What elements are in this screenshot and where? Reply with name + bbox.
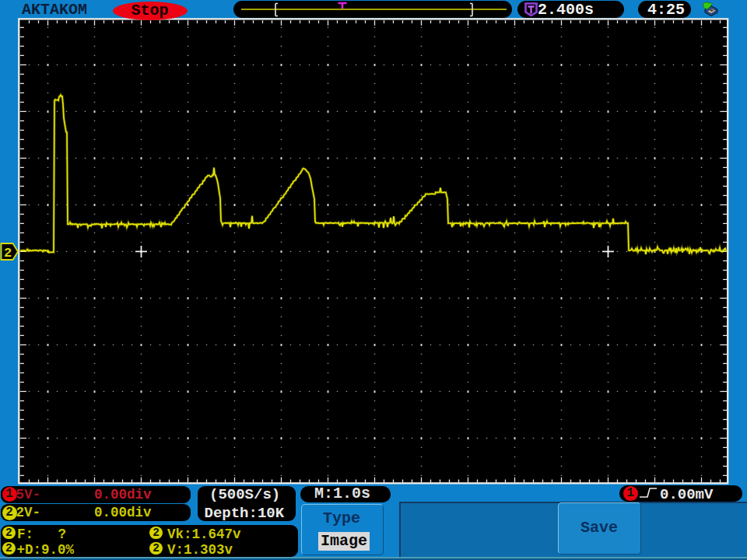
- svg-text:2: 2: [4, 246, 12, 261]
